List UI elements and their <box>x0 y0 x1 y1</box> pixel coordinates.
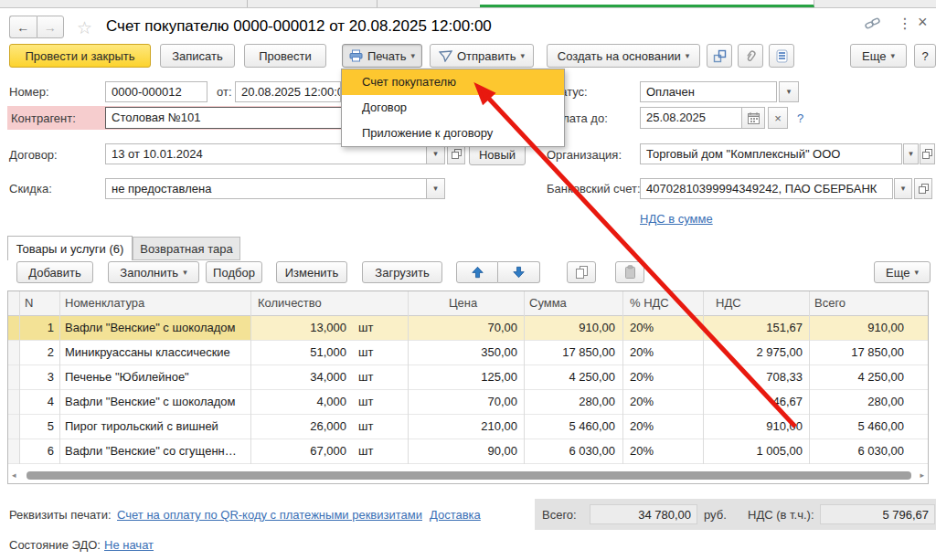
cell-qty: 34,000 <box>250 365 353 389</box>
cell-vat_rate: 20% <box>622 439 703 463</box>
print-button[interactable]: Печать▾ <box>342 44 422 68</box>
tab-goods-services[interactable]: Товары и услуги (6) <box>7 236 133 260</box>
move-up-button[interactable] <box>456 261 498 283</box>
organization-field[interactable]: Торговый дом "Комплексный" ООО <box>640 143 902 164</box>
column-header[interactable]: Номенклатура <box>59 291 256 315</box>
discount-dropdown-button[interactable]: ▾ <box>426 178 445 199</box>
delivery-link[interactable]: Доставка <box>430 508 481 522</box>
taskbar-tab[interactable] <box>377 0 481 7</box>
contract-label: Договор: <box>9 148 58 162</box>
calendar-icon <box>748 112 760 124</box>
taskbar-tab-active[interactable] <box>480 0 814 7</box>
bank-account-open-button[interactable] <box>914 178 932 199</box>
tab-returnable-packaging[interactable]: Возвратная тара <box>133 237 240 260</box>
pay-until-help-link[interactable]: ? <box>797 111 803 125</box>
edo-status-link[interactable]: Не начат <box>104 538 154 552</box>
organization-open-button[interactable] <box>920 143 935 164</box>
move-down-button[interactable] <box>498 261 540 283</box>
send-label: Отправить <box>457 49 516 63</box>
send-button[interactable]: Отправить▾ <box>430 44 534 68</box>
chevron-down-icon: ▾ <box>909 150 913 158</box>
table-row[interactable]: 1Вафли "Венские" с шоколадом13,000шт70,0… <box>8 316 928 341</box>
pay-until-clear-button[interactable]: × <box>768 107 788 129</box>
table-row[interactable]: 3Печенье "Юбилейное"34,000шт125,004 250,… <box>8 365 928 390</box>
chevron-down-icon: ▾ <box>901 185 906 193</box>
copy-link-icon[interactable] <box>865 16 881 31</box>
cell-unit: шт <box>353 415 408 438</box>
bank-account-field[interactable]: 40702810399994349242, ПАО СБЕРБАНК <box>640 178 893 199</box>
edit-button[interactable]: Изменить <box>276 261 347 283</box>
post-and-close-button[interactable]: Провести и закрыть <box>9 44 151 68</box>
report-button[interactable] <box>769 44 794 68</box>
back-button[interactable]: ← <box>9 16 37 38</box>
number-field[interactable]: 0000-000012 <box>105 81 207 102</box>
more-button[interactable]: Еще▾ <box>850 44 907 68</box>
table-more-label: Еще <box>886 266 909 280</box>
column-header[interactable]: Количество <box>250 291 415 315</box>
write-label: Записать <box>172 49 223 63</box>
calendar-picker-button[interactable] <box>741 107 765 129</box>
bank-account-dropdown-button[interactable]: ▾ <box>894 178 912 199</box>
print-menu-item-invoice[interactable]: Счет покупателю <box>342 69 564 95</box>
print-menu-item-contract[interactable]: Договор <box>342 95 564 121</box>
column-header[interactable]: Сумма <box>524 291 628 315</box>
favorite-star-icon[interactable]: ☆ <box>77 17 92 38</box>
add-row-button[interactable]: Добавить <box>16 261 93 283</box>
forward-button[interactable]: → <box>37 16 65 38</box>
table-row[interactable]: 5Пирог тирольский с вишней26,000шт210,00… <box>8 415 928 439</box>
vat-total-label: НДС (в т.ч.): <box>748 508 814 522</box>
scroll-right-icon[interactable]: ▸ <box>920 470 924 480</box>
copy-pages-icon <box>575 265 589 280</box>
paste-rows-button[interactable] <box>615 261 644 283</box>
tab-returnable-packaging-label: Возвратная тара <box>140 242 232 256</box>
table-row[interactable]: 6Вафли "Венские" со сгущенн…67,000шт90,0… <box>8 439 928 464</box>
grid-line <box>250 291 251 464</box>
window-menu-icon[interactable]: ⋮ <box>898 15 912 32</box>
write-button[interactable]: Записать <box>160 44 235 68</box>
post-button[interactable]: Провести <box>244 44 326 68</box>
table-more-button[interactable]: Еще▾ <box>874 261 931 283</box>
arrow-down-icon <box>513 266 525 279</box>
pick-button[interactable]: Подбор <box>206 261 262 283</box>
cell-n: 3 <box>19 365 59 389</box>
scroll-left-icon[interactable]: ◂ <box>12 470 16 480</box>
cell-price: 70,00 <box>408 390 524 414</box>
create-on-basis-button[interactable]: Создать на основании▾ <box>547 44 700 68</box>
taskbar-tab[interactable] <box>814 0 936 7</box>
column-header[interactable]: % НДС <box>622 291 710 315</box>
column-header[interactable]: Всего <box>809 291 935 315</box>
pay-until-field[interactable]: 25.08.2025 <box>640 107 742 129</box>
attachments-button[interactable] <box>738 44 763 68</box>
taskbar-tab[interactable] <box>247 0 378 7</box>
cell-vat_rate: 20% <box>622 341 703 365</box>
print-menu-item-annex[interactable]: Приложение к договору <box>342 121 564 146</box>
vat-mode-link[interactable]: НДС в сумме <box>640 212 713 226</box>
scrollbar-thumb[interactable] <box>27 471 911 480</box>
taskbar-tab[interactable] <box>0 0 248 7</box>
status-dropdown-button[interactable]: ▾ <box>779 81 799 102</box>
table-row[interactable]: 2Миникруассаны классические51,000шт350,0… <box>8 341 928 365</box>
cell-total: 4 250,00 <box>809 365 930 389</box>
close-icon[interactable]: × <box>918 13 928 32</box>
related-documents-button[interactable] <box>707 44 732 68</box>
discount-field[interactable]: не предоставлена <box>105 178 427 199</box>
date-field[interactable]: 20.08.2025 12:00:00 <box>235 81 341 102</box>
status-field[interactable]: Оплачен <box>640 81 777 102</box>
horizontal-scrollbar[interactable]: ◂ ▸ <box>10 470 924 481</box>
copy-rows-button[interactable] <box>567 261 596 283</box>
load-button[interactable]: Загрузить <box>362 261 442 283</box>
open-in-form-icon <box>452 149 462 159</box>
chevron-down-icon: ▾ <box>787 88 792 96</box>
column-header[interactable]: N <box>19 291 65 315</box>
fill-button[interactable]: Заполнить▾ <box>108 261 199 283</box>
table-row[interactable]: 4Вафли "Венские" с шоколадом4,000шт70,00… <box>8 390 928 415</box>
organization-dropdown-button[interactable]: ▾ <box>903 143 919 164</box>
cell-price: 350,00 <box>408 341 524 365</box>
print-label: Печать <box>367 49 407 63</box>
cell-price: 210,00 <box>408 415 524 438</box>
cell-vat: 910,00 <box>703 415 809 438</box>
column-header[interactable]: НДС <box>703 291 822 315</box>
print-details-link[interactable]: Счет на оплату по QR-коду с платежными р… <box>117 508 422 522</box>
counterparty-label: Контрагент: <box>11 111 76 125</box>
help-button[interactable]: ? <box>914 44 936 68</box>
